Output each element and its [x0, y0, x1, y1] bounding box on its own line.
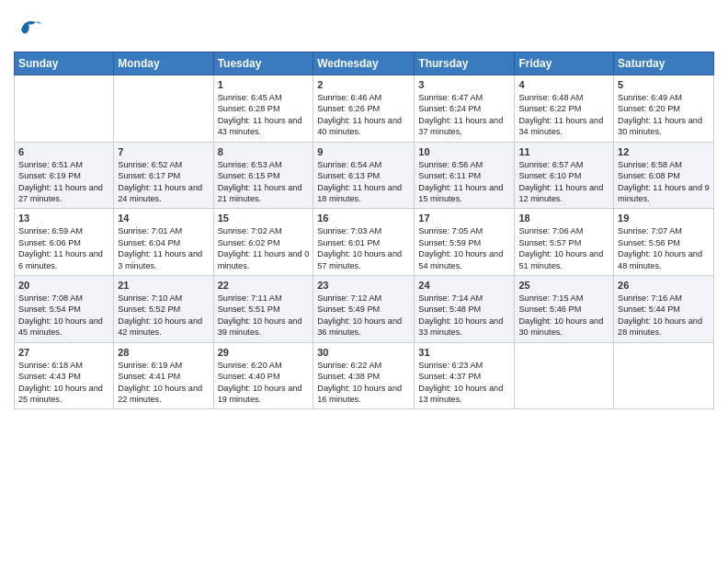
calendar-cell	[614, 342, 714, 409]
calendar-cell: 22Sunrise: 7:11 AMSunset: 5:51 PMDayligh…	[213, 276, 313, 343]
header	[14, 9, 714, 44]
cell-content: Sunrise: 7:14 AMSunset: 5:48 PMDaylight:…	[418, 293, 510, 339]
col-header-wednesday: Wednesday	[313, 52, 415, 75]
day-number: 6	[18, 146, 109, 157]
calendar-week-1: 1Sunrise: 6:45 AMSunset: 6:28 PMDaylight…	[15, 75, 714, 143]
cell-content: Sunrise: 7:10 AMSunset: 5:52 PMDaylight:…	[118, 293, 209, 339]
day-number: 31	[418, 347, 510, 358]
cell-content: Sunrise: 6:51 AMSunset: 6:19 PMDaylight:…	[18, 159, 109, 205]
cell-content: Sunrise: 6:22 AMSunset: 4:38 PMDaylight:…	[317, 360, 410, 406]
day-number: 14	[118, 213, 209, 224]
calendar-week-3: 13Sunrise: 6:59 AMSunset: 6:06 PMDayligh…	[15, 209, 714, 276]
day-number: 30	[317, 347, 410, 358]
calendar-cell: 23Sunrise: 7:12 AMSunset: 5:49 PMDayligh…	[313, 276, 415, 343]
day-number: 28	[118, 347, 209, 358]
calendar-cell: 21Sunrise: 7:10 AMSunset: 5:52 PMDayligh…	[114, 276, 213, 343]
calendar-cell: 14Sunrise: 7:01 AMSunset: 6:04 PMDayligh…	[114, 209, 213, 276]
cell-content: Sunrise: 6:58 AMSunset: 6:08 PMDaylight:…	[618, 159, 710, 205]
calendar-cell: 28Sunrise: 6:19 AMSunset: 4:41 PMDayligh…	[114, 342, 213, 409]
col-header-friday: Friday	[515, 52, 614, 75]
col-header-thursday: Thursday	[415, 52, 515, 75]
calendar-cell: 4Sunrise: 6:48 AMSunset: 6:22 PMDaylight…	[515, 75, 614, 143]
cell-content: Sunrise: 7:03 AMSunset: 6:01 PMDaylight:…	[317, 225, 410, 271]
cell-content: Sunrise: 7:02 AMSunset: 6:02 PMDaylight:…	[218, 225, 310, 271]
calendar-cell: 3Sunrise: 6:47 AMSunset: 6:24 PMDaylight…	[415, 75, 515, 143]
calendar-cell: 27Sunrise: 6:18 AMSunset: 4:43 PMDayligh…	[15, 342, 114, 409]
calendar-cell: 18Sunrise: 7:06 AMSunset: 5:57 PMDayligh…	[515, 209, 614, 276]
col-header-saturday: Saturday	[614, 52, 714, 75]
day-number: 4	[518, 79, 609, 90]
cell-content: Sunrise: 6:23 AMSunset: 4:37 PMDaylight:…	[418, 360, 510, 406]
day-number: 17	[418, 213, 510, 224]
calendar-cell: 20Sunrise: 7:08 AMSunset: 5:54 PMDayligh…	[15, 276, 114, 343]
calendar-table: SundayMondayTuesdayWednesdayThursdayFrid…	[14, 52, 714, 409]
calendar-cell: 25Sunrise: 7:15 AMSunset: 5:46 PMDayligh…	[515, 276, 614, 343]
day-number: 10	[418, 146, 510, 157]
day-number: 21	[118, 280, 209, 291]
calendar-cell: 19Sunrise: 7:07 AMSunset: 5:56 PMDayligh…	[614, 209, 714, 276]
calendar-cell: 13Sunrise: 6:59 AMSunset: 6:06 PMDayligh…	[15, 209, 114, 276]
day-number: 7	[118, 146, 209, 157]
day-number: 19	[618, 213, 710, 224]
cell-content: Sunrise: 7:08 AMSunset: 5:54 PMDaylight:…	[18, 293, 109, 339]
calendar-cell: 2Sunrise: 6:46 AMSunset: 6:26 PMDaylight…	[313, 75, 415, 143]
cell-content: Sunrise: 7:07 AMSunset: 5:56 PMDaylight:…	[618, 225, 710, 271]
cell-content: Sunrise: 6:18 AMSunset: 4:43 PMDaylight:…	[18, 360, 109, 406]
cell-content: Sunrise: 7:12 AMSunset: 5:49 PMDaylight:…	[317, 293, 410, 339]
calendar-cell: 11Sunrise: 6:57 AMSunset: 6:10 PMDayligh…	[515, 142, 614, 209]
calendar-week-5: 27Sunrise: 6:18 AMSunset: 4:43 PMDayligh…	[15, 342, 714, 409]
cell-content: Sunrise: 7:16 AMSunset: 5:44 PMDaylight:…	[618, 293, 710, 339]
day-number: 11	[518, 146, 609, 157]
cell-content: Sunrise: 6:46 AMSunset: 6:26 PMDaylight:…	[317, 92, 410, 138]
day-number: 25	[518, 280, 609, 291]
day-number: 5	[618, 79, 710, 90]
cell-content: Sunrise: 6:47 AMSunset: 6:24 PMDaylight:…	[418, 92, 510, 138]
cell-content: Sunrise: 6:49 AMSunset: 6:20 PMDaylight:…	[618, 92, 710, 138]
cell-content: Sunrise: 7:06 AMSunset: 5:57 PMDaylight:…	[518, 225, 609, 271]
day-number: 22	[218, 280, 310, 291]
col-header-monday: Monday	[114, 52, 213, 75]
logo-bird-icon	[14, 15, 43, 44]
calendar-cell: 1Sunrise: 6:45 AMSunset: 6:28 PMDaylight…	[213, 75, 313, 143]
logo-text	[14, 15, 45, 44]
calendar-cell	[114, 75, 213, 143]
day-number: 1	[218, 79, 310, 90]
cell-content: Sunrise: 6:52 AMSunset: 6:17 PMDaylight:…	[118, 159, 209, 205]
day-number: 20	[18, 280, 109, 291]
cell-content: Sunrise: 7:15 AMSunset: 5:46 PMDaylight:…	[518, 293, 609, 339]
calendar-cell: 8Sunrise: 6:53 AMSunset: 6:15 PMDaylight…	[213, 142, 313, 209]
cell-content: Sunrise: 6:53 AMSunset: 6:15 PMDaylight:…	[218, 159, 310, 205]
day-number: 26	[618, 280, 710, 291]
logo	[14, 15, 45, 44]
calendar-cell: 6Sunrise: 6:51 AMSunset: 6:19 PMDaylight…	[15, 142, 114, 209]
day-number: 18	[518, 213, 609, 224]
day-number: 8	[218, 146, 310, 157]
day-number: 3	[418, 79, 510, 90]
day-number: 23	[317, 280, 410, 291]
col-header-tuesday: Tuesday	[213, 52, 313, 75]
cell-content: Sunrise: 6:48 AMSunset: 6:22 PMDaylight:…	[518, 92, 609, 138]
day-number: 12	[618, 146, 710, 157]
day-number: 15	[218, 213, 310, 224]
cell-content: Sunrise: 6:54 AMSunset: 6:13 PMDaylight:…	[317, 159, 410, 205]
calendar-header-row: SundayMondayTuesdayWednesdayThursdayFrid…	[15, 52, 714, 75]
day-number: 2	[317, 79, 410, 90]
day-number: 29	[218, 347, 310, 358]
cell-content: Sunrise: 6:56 AMSunset: 6:11 PMDaylight:…	[418, 159, 510, 205]
cell-content: Sunrise: 6:45 AMSunset: 6:28 PMDaylight:…	[218, 92, 310, 138]
calendar-cell: 31Sunrise: 6:23 AMSunset: 4:37 PMDayligh…	[415, 342, 515, 409]
day-number: 16	[317, 213, 410, 224]
calendar-cell: 12Sunrise: 6:58 AMSunset: 6:08 PMDayligh…	[614, 142, 714, 209]
calendar-cell: 30Sunrise: 6:22 AMSunset: 4:38 PMDayligh…	[313, 342, 415, 409]
cell-content: Sunrise: 7:05 AMSunset: 5:59 PMDaylight:…	[418, 225, 510, 271]
calendar-cell: 29Sunrise: 6:20 AMSunset: 4:40 PMDayligh…	[213, 342, 313, 409]
calendar-cell: 7Sunrise: 6:52 AMSunset: 6:17 PMDaylight…	[114, 142, 213, 209]
page: SundayMondayTuesdayWednesdayThursdayFrid…	[0, 0, 728, 563]
cell-content: Sunrise: 6:59 AMSunset: 6:06 PMDaylight:…	[18, 225, 109, 271]
col-header-sunday: Sunday	[15, 52, 114, 75]
cell-content: Sunrise: 7:11 AMSunset: 5:51 PMDaylight:…	[218, 293, 310, 339]
calendar-cell	[515, 342, 614, 409]
calendar-week-4: 20Sunrise: 7:08 AMSunset: 5:54 PMDayligh…	[15, 276, 714, 343]
calendar-cell: 24Sunrise: 7:14 AMSunset: 5:48 PMDayligh…	[415, 276, 515, 343]
calendar-cell: 10Sunrise: 6:56 AMSunset: 6:11 PMDayligh…	[415, 142, 515, 209]
